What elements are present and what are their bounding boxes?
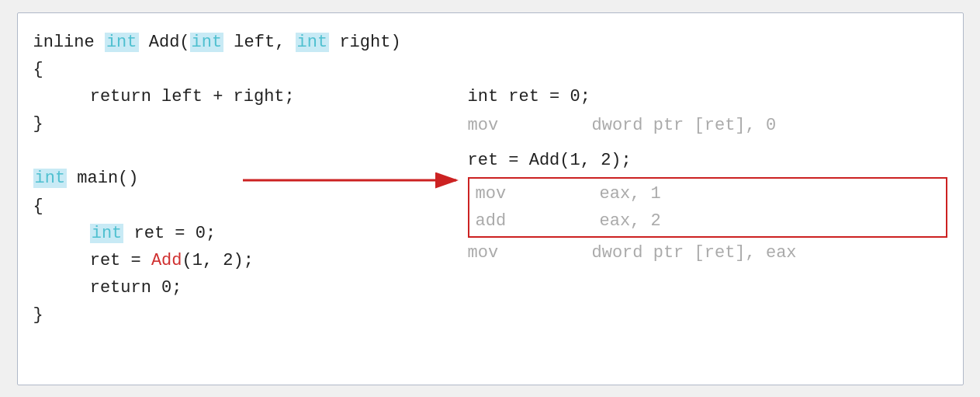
right-code-panel: int ret = 0; mov dword ptr [ret], 0 ret … (452, 21, 963, 377)
ret-decl: ret = 0; (123, 224, 216, 243)
asm-mnemonic-1: mov (468, 112, 530, 139)
func-add: Add( (139, 33, 190, 52)
brace-open-1: { (33, 60, 43, 79)
c-line-8: int ret = 0; (33, 220, 437, 247)
asm-c-label-1: int ret = 0; (468, 83, 947, 110)
kw-int-main: int (33, 169, 68, 188)
return-stmt: return left + right; (90, 87, 295, 106)
c-line-10: return 0; (33, 274, 437, 301)
kw-int-left: int (190, 33, 224, 52)
param-left: left, (223, 33, 295, 52)
asm-mnemonic-3: add (476, 207, 538, 235)
c-line-1: inline int Add(int left, int right) (33, 29, 437, 56)
c-line-2: { (33, 56, 437, 83)
c-line-9: ret = Add(1, 2); (33, 247, 437, 274)
ret-assign-args: (1, 2); (182, 251, 254, 270)
kw-inline: inline (33, 33, 105, 52)
brace-open-2: { (33, 197, 43, 216)
asm-c-text-2: ret = Add(1, 2); (468, 151, 632, 170)
c-line-6: int main() (33, 165, 437, 192)
asm-mov-ret-eax: mov dword ptr [ret], eax (468, 239, 947, 266)
kw-int-ret: int (90, 224, 124, 243)
add-call: Add (151, 251, 182, 270)
c-line-5 (33, 138, 437, 165)
inlined-instructions-box: mov eax, 1 add eax, 2 (468, 177, 947, 238)
asm-mnemonic-4: mov (468, 239, 530, 266)
asm-c-label-2: ret = Add(1, 2); (468, 147, 947, 174)
asm-mnemonic-2: mov (476, 180, 538, 207)
param-right: right) (329, 33, 400, 52)
asm-operand-4: dword ptr [ret], eax (592, 239, 797, 266)
asm-mov-eax-1: mov eax, 1 (476, 180, 940, 207)
kw-int-right: int (296, 33, 330, 52)
left-code-panel: inline int Add(int left, int right) { re… (18, 21, 452, 377)
asm-mov-ret-0: mov dword ptr [ret], 0 (468, 112, 947, 139)
ret-assign-pre: ret = (90, 251, 151, 270)
asm-operand-2: eax, 1 (600, 180, 661, 207)
asm-operand-3: eax, 2 (600, 207, 661, 235)
brace-close-1: } (33, 114, 43, 134)
kw-int-add: int (105, 33, 139, 52)
c-line-4: } (33, 110, 437, 138)
code-panel: inline int Add(int left, int right) { re… (17, 12, 964, 385)
c-line-7: { (33, 193, 437, 220)
asm-c-text-1: int ret = 0; (468, 87, 590, 106)
brace-close-2: } (33, 305, 43, 325)
c-line-11: } (33, 301, 437, 329)
asm-add-eax-2: add eax, 2 (476, 207, 940, 235)
asm-operand-1: dword ptr [ret], 0 (592, 112, 777, 139)
main-container: inline int Add(int left, int right) { re… (0, 0, 980, 397)
func-main: main() (67, 169, 138, 188)
return-zero: return 0; (90, 278, 182, 298)
c-line-3: return left + right; (33, 83, 437, 110)
